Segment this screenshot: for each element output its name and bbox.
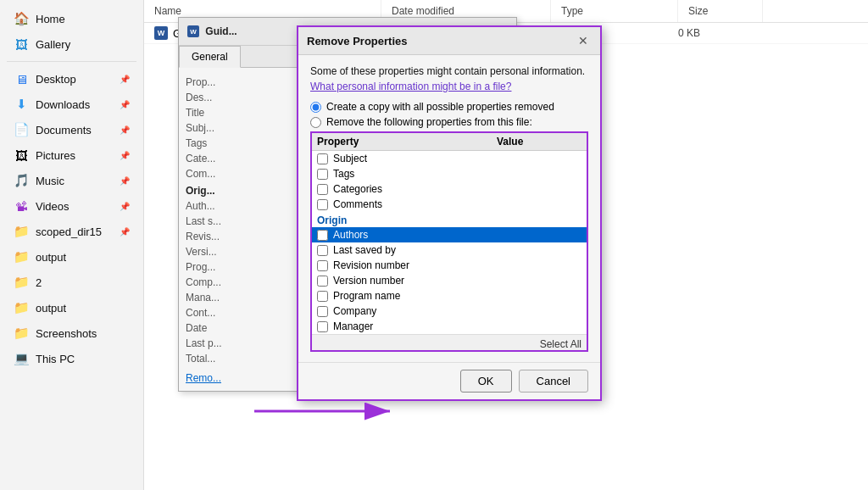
folder-icon: 📁 xyxy=(14,224,29,239)
prop-checkbox[interactable] xyxy=(317,153,328,164)
radio-option-remove[interactable]: Remove the following properties from thi… xyxy=(310,116,588,128)
prop-label: Versi... xyxy=(186,246,262,258)
arrow-svg xyxy=(246,386,415,437)
prop-item-label: Revision number xyxy=(333,259,409,271)
pin-icon: 📌 xyxy=(120,151,130,160)
remove-properties-dialog: Remove Properties ✕ Some of these proper… xyxy=(297,25,602,401)
cancel-button[interactable]: Cancel xyxy=(519,370,588,393)
list-item[interactable]: Categories xyxy=(312,181,587,197)
prop-label: Mana... xyxy=(186,292,262,303)
prop-label: Com... xyxy=(186,168,262,180)
sidebar-divider xyxy=(7,61,136,62)
sidebar-item-label: Documents xyxy=(36,124,113,136)
prop-label: Tags xyxy=(186,137,262,149)
ok-button[interactable]: OK xyxy=(460,370,512,393)
radio-remove-input[interactable] xyxy=(310,117,321,128)
tab-general[interactable]: General xyxy=(179,46,241,68)
prop-item-label: Tags xyxy=(333,168,354,180)
sidebar-item-videos[interactable]: 📽 Videos 📌 xyxy=(3,194,140,218)
prop-label: Subj... xyxy=(186,122,262,134)
remove-dialog-close-button[interactable]: ✕ xyxy=(575,32,592,49)
prop-checkbox-authors[interactable] xyxy=(317,230,328,241)
prop-col-value: Value xyxy=(497,136,581,148)
sidebar-item-music[interactable]: 🎵 Music 📌 xyxy=(3,169,140,192)
remove-link[interactable]: Remo... xyxy=(186,372,221,384)
radio-copy-label: Create a copy with all possible properti… xyxy=(326,101,554,113)
sidebar-item-label: Music xyxy=(36,175,113,187)
list-item[interactable]: Company xyxy=(312,303,587,319)
prop-item-label: Program name xyxy=(333,290,400,302)
prop-item-label: Subject xyxy=(333,153,367,164)
word-icon: W xyxy=(154,26,168,40)
select-all-button[interactable]: Select All xyxy=(540,338,581,350)
arrow-annotation xyxy=(246,386,415,439)
remove-dialog-titlebar: Remove Properties ✕ xyxy=(298,27,600,55)
sidebar-item-scoped[interactable]: 📁 scoped_dir15 📌 xyxy=(3,220,140,243)
radio-option-copy[interactable]: Create a copy with all possible properti… xyxy=(310,101,588,113)
pictures-icon: 🖼 xyxy=(14,148,29,163)
sidebar-item-thispc[interactable]: 💻 This PC xyxy=(3,347,140,370)
prop-label: Des... xyxy=(186,92,262,103)
sidebar-item-label: 2 xyxy=(36,276,130,289)
list-item[interactable]: Comments xyxy=(312,197,587,212)
sidebar-item-label: Pictures xyxy=(36,149,113,162)
sidebar-item-output1[interactable]: 📁 output xyxy=(3,245,140,269)
prop-label: Prog... xyxy=(186,261,262,273)
list-item[interactable]: Manager xyxy=(312,319,587,334)
sidebar-item-output2[interactable]: 📁 output xyxy=(3,296,140,320)
prop-label: Last s... xyxy=(186,215,262,227)
word-icon-small: W xyxy=(187,25,199,37)
prop-item-label: Authors xyxy=(333,229,368,241)
sidebar-item-downloads[interactable]: ⬇ Downloads 📌 xyxy=(3,92,140,116)
sidebar-item-gallery[interactable]: 🖼 Gallery xyxy=(3,32,140,56)
prop-label: Revis... xyxy=(186,231,262,242)
origin-section-label: Origin xyxy=(312,212,587,227)
prop-item-label: Manager xyxy=(333,320,373,332)
list-item[interactable]: Tags xyxy=(312,166,587,181)
list-item[interactable]: Last saved by xyxy=(312,242,587,258)
personal-info-link[interactable]: What personal information might be in a … xyxy=(310,81,588,92)
folder-icon: 📁 xyxy=(14,275,29,290)
prop-checkbox[interactable] xyxy=(317,245,328,256)
sidebar-item-label: Downloads xyxy=(36,98,113,111)
select-all-row: Select All xyxy=(312,334,587,352)
sidebar-item-desktop[interactable]: 🖥 Desktop 📌 xyxy=(3,67,140,91)
prop-checkbox[interactable] xyxy=(317,276,328,287)
sidebar-item-documents[interactable]: 📄 Documents 📌 xyxy=(3,118,140,142)
prop-checkbox[interactable] xyxy=(317,291,328,302)
list-item[interactable]: Version number xyxy=(312,273,587,288)
prop-checkbox[interactable] xyxy=(317,184,328,195)
sidebar-item-screenshots[interactable]: 📁 Screenshots xyxy=(3,321,140,345)
prop-checkbox[interactable] xyxy=(317,199,328,210)
pin-icon: 📌 xyxy=(120,227,130,237)
list-item[interactable]: Subject xyxy=(312,151,587,166)
prop-checkbox[interactable] xyxy=(317,321,328,332)
thispc-icon: 💻 xyxy=(14,351,29,366)
prop-checkbox[interactable] xyxy=(317,260,328,271)
folder-icon: 📁 xyxy=(14,249,29,264)
gallery-icon: 🖼 xyxy=(14,36,29,52)
prop-item-label: Categories xyxy=(333,183,382,195)
prop-item-label: Comments xyxy=(333,198,382,210)
sidebar-item-label: This PC xyxy=(36,353,130,365)
sidebar-item-pictures[interactable]: 🖼 Pictures 📌 xyxy=(3,143,140,167)
prop-label: Prop... xyxy=(186,76,262,88)
main-area: Name Date modified Type Size W GuidingTe… xyxy=(144,0,868,490)
remove-dialog-body: Some of these properties might contain p… xyxy=(298,55,600,362)
sidebar-item-label: Videos xyxy=(36,200,113,213)
col-size-header: Size xyxy=(678,0,763,22)
pin-icon: 📌 xyxy=(120,100,130,109)
list-item-authors[interactable]: Authors xyxy=(312,227,587,242)
col-type-header: Type xyxy=(551,0,678,22)
radio-copy-input[interactable] xyxy=(310,102,321,113)
prop-item-label: Version number xyxy=(333,275,404,287)
sidebar-item-home[interactable]: 🏠 Home xyxy=(3,7,140,31)
sidebar-item-label: Gallery xyxy=(36,38,130,51)
sidebar-item-two[interactable]: 📁 2 xyxy=(3,270,140,294)
sidebar-item-label: Screenshots xyxy=(36,327,130,340)
list-item[interactable]: Revision number xyxy=(312,258,587,273)
prop-checkbox[interactable] xyxy=(317,169,328,180)
pin-icon: 📌 xyxy=(120,176,130,186)
prop-checkbox[interactable] xyxy=(317,306,328,317)
list-item[interactable]: Program name xyxy=(312,288,587,303)
